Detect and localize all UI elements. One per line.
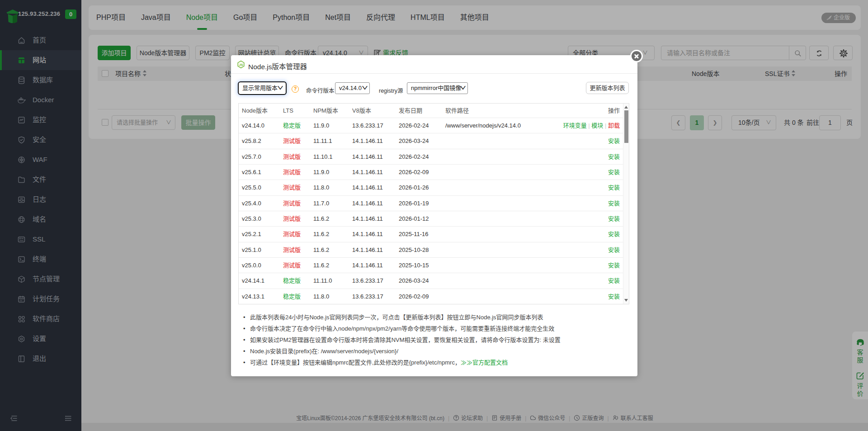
svg-text:JS: JS [239,63,243,67]
